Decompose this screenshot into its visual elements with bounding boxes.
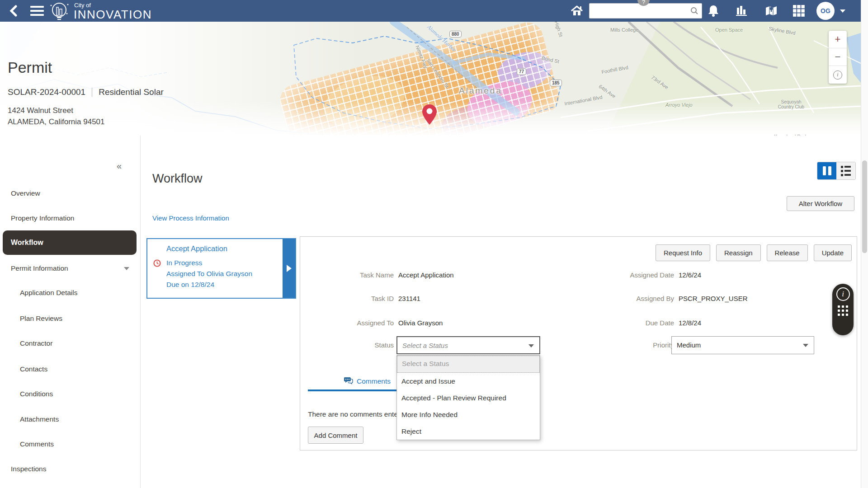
in-progress-clock-icon [153,259,161,269]
no-comments-text: There are no comments entered. [308,410,410,418]
task-detail-panel: Request Info Reassign Release Update Tas… [300,236,857,450]
map-label-arroyo-viejo: Arroyo Viejo [665,102,693,108]
due-date-label: Due Date [584,318,674,328]
sidebar-item-application-details[interactable]: Application Details [20,288,78,298]
priority-label: Priority [584,340,674,350]
workflow-heading: Workflow [152,172,203,186]
assigned-by-label: Assigned By [584,294,674,304]
list-view-toggle-button[interactable] [836,162,855,179]
sidebar-item-attachments[interactable]: Attachments [20,414,59,424]
status-select-value: Select a Status [402,337,448,354]
task-name-value: Accept Application [398,270,454,280]
divider [92,88,92,97]
update-button[interactable]: Update [814,244,852,261]
assistant-widget[interactable]: i [832,284,854,335]
user-avatar[interactable]: OG [816,2,835,20]
status-option-reject[interactable]: Reject [397,423,540,440]
map-location-pin[interactable] [421,104,438,127]
view-toggle-group [817,162,856,180]
chevron-down-icon [124,267,129,270]
address-line-2: ALAMEDA, California 94501 [8,116,164,127]
permit-type: Residential Solar [99,87,164,97]
page-scrollbar[interactable] [861,0,868,488]
status-label: Status [303,340,394,350]
user-menu-caret-icon[interactable] [840,9,845,13]
sidebar-divider [140,136,141,488]
sidebar-item-workflow[interactable]: Workflow [3,230,137,255]
assigned-date-label: Assigned Date [584,270,674,280]
scrollbar-thumb[interactable] [862,160,867,253]
task-name-label: Task Name [303,270,394,280]
add-comment-button[interactable]: Add Comment [308,427,363,444]
sidebar-item-comments[interactable]: Comments [20,439,54,449]
task-id-value: 231141 [398,294,420,304]
sidebar-item-permit-information[interactable]: Permit Information [11,263,129,273]
map-shield-77: 77 [517,68,526,75]
task-id-label: Task ID [303,294,394,304]
sidebar-item-workflow-label: Workflow [11,230,43,255]
map-info-icon: i [833,70,842,80]
map-label-mills-college: Mills College [610,27,638,33]
info-icon[interactable]: i [836,287,850,301]
status-option-accept-and-issue[interactable]: Accept and Issue [397,373,540,389]
sidebar-item-contractor[interactable]: Contractor [20,338,52,348]
map-label-sequoyah-country-club: Sequoyah Country Club [774,99,808,109]
back-icon[interactable] [5,0,23,22]
chevron-down-icon [803,344,808,347]
permit-page: City of INNOVATION ? [0,0,868,488]
status-option-accepted-plan-review-required[interactable]: Accepted - Plan Review Required [397,389,540,406]
task-card-status: In Progress [166,259,202,267]
permit-number: SOLAR-2024-00001 [8,87,85,97]
map-zoom-out-button[interactable]: − [829,48,847,66]
assigned-date-value: 12/6/24 [679,270,701,280]
map-label-alameda: Alameda [459,86,502,96]
map-label-knowland-park: Knowland Park [774,134,807,136]
map-shield-880: 880 [449,31,462,38]
map-info-button[interactable]: i [829,66,847,84]
priority-select-value: Medium [677,337,701,353]
map-label-open-space: Open Space [715,27,743,33]
map-zoom-in-button[interactable]: + [829,31,847,48]
task-card-accept-application[interactable]: Accept Application In Progress Assigned … [146,238,296,299]
sidebar-item-contacts[interactable]: Contacts [20,364,47,374]
assigned-to-value: Olivia Grayson [398,318,443,328]
status-select[interactable]: Select a Status [396,336,540,354]
sidebar-item-overview[interactable]: Overview [11,188,40,198]
keypad-icon[interactable] [838,305,848,316]
sidebar-item-plan-reviews[interactable]: Plan Reviews [20,314,62,324]
comments-bubble-icon [344,376,353,386]
assigned-to-label: Assigned To [303,318,394,328]
reports-bar-chart-icon[interactable] [733,0,750,22]
sidebar-collapse-icon[interactable]: « [117,161,121,171]
task-card-assigned: Assigned To Olivia Grayson [166,270,252,278]
permit-banner: Permit SOLAR-2024-00001 Residential Sola… [8,59,164,127]
search-icon[interactable] [690,7,698,17]
status-option-more-info-needed[interactable]: More Info Needed [397,406,540,423]
apps-grid-icon[interactable] [790,0,807,22]
sidebar-item-property-information[interactable]: Property Information [11,213,74,223]
request-info-button[interactable]: Request Info [656,244,710,261]
play-icon [287,265,292,272]
release-button[interactable]: Release [767,244,808,261]
priority-select[interactable]: Medium [671,336,814,354]
map-explorer-icon[interactable] [762,0,780,22]
reassign-button[interactable]: Reassign [716,244,761,261]
status-option-placeholder[interactable]: Select a Status [397,356,540,373]
card-view-toggle-button[interactable] [817,162,836,179]
task-actions: Request Info Reassign Release Update [656,244,852,261]
alter-workflow-button[interactable]: Alter Workflow [787,196,854,211]
home-icon[interactable] [568,0,586,22]
task-card-due: Due on 12/8/24 [166,281,214,289]
comments-tab-label: Comments [357,377,391,385]
sidebar-item-conditions[interactable]: Conditions [20,389,53,399]
map-controls: + − i [829,31,847,84]
sidebar-item-inspections[interactable]: Inspections [11,464,46,474]
notifications-bell-icon[interactable] [705,0,722,22]
task-card-expand-arrow[interactable] [283,239,295,298]
view-process-information-link[interactable]: View Process Information [152,214,229,222]
status-dropdown-list: Select a Status Accept and Issue Accepte… [396,355,540,440]
menu-icon[interactable] [27,0,47,22]
address-line-1: 1424 Walnut Street [8,105,164,116]
assigned-by-value: PSCR_PROXY_USER [679,294,748,304]
map-shield-185: 185 [550,80,562,86]
